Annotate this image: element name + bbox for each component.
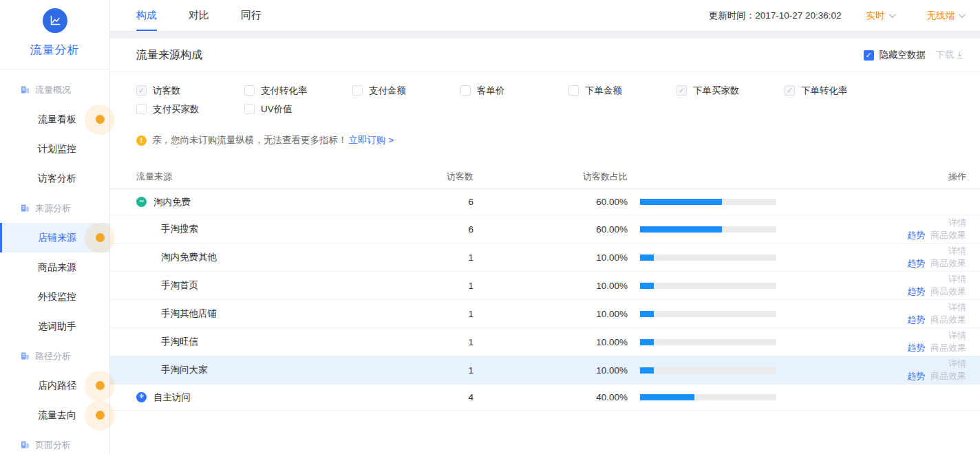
metric-checkbox-item[interactable]: 下单转化率 xyxy=(785,84,893,97)
detail-link: 详情 xyxy=(948,217,966,228)
sidebar-item[interactable]: 流量看板 xyxy=(0,105,109,134)
visitors-value: 1 xyxy=(439,281,473,291)
metric-checkbox-item[interactable]: 支付买家数 xyxy=(136,102,244,116)
checkbox-icon[interactable] xyxy=(677,85,687,96)
device-selector[interactable]: 无线端 xyxy=(927,10,964,22)
realtime-label: 实时 xyxy=(866,10,885,22)
checkbox-icon[interactable] xyxy=(460,85,471,96)
detail-link: 详情 xyxy=(948,302,966,312)
share-bar xyxy=(640,339,776,345)
bar-track xyxy=(640,199,776,205)
tab[interactable]: 构成 xyxy=(136,0,157,31)
metric-label: 下单买家数 xyxy=(693,85,740,97)
actions-cell: 详情趋势商品效果 xyxy=(776,245,966,270)
bar-fill xyxy=(640,339,654,345)
checkbox-icon[interactable] xyxy=(136,85,147,96)
sidebar-item[interactable]: 流量去向 xyxy=(0,400,109,430)
checkbox-icon[interactable] xyxy=(785,85,795,96)
action-line-1: 详情 xyxy=(776,217,966,229)
sidebar-item-label: 店铺来源 xyxy=(38,232,76,244)
action-line-2: 趋势商品效果 xyxy=(776,342,966,354)
trend-link[interactable]: 趋势 xyxy=(907,314,925,325)
download-link[interactable]: 下载 xyxy=(935,49,963,61)
actions-cell: 详情趋势商品效果 xyxy=(776,217,966,241)
trend-link[interactable]: 趋势 xyxy=(907,230,925,240)
trend-link[interactable]: 趋势 xyxy=(907,343,925,353)
expand-icon[interactable]: + xyxy=(136,392,147,402)
trend-link[interactable]: 趋势 xyxy=(907,371,925,381)
share-bar xyxy=(640,367,776,374)
sidebar-item-label: 店内路径 xyxy=(38,380,76,392)
product-effect-link: 商品效果 xyxy=(930,258,966,268)
sidebar-group-label: 路径分析 xyxy=(0,341,109,371)
sidebar-item-label: 流量看板 xyxy=(38,114,76,126)
metric-checkbox-item[interactable]: 支付金额 xyxy=(352,84,460,97)
visitors-value: 1 xyxy=(439,337,473,347)
metric-checkbox-item[interactable]: 下单金额 xyxy=(568,84,677,97)
section-separator xyxy=(110,32,980,39)
source-name-cell: +自主访问 xyxy=(136,391,439,404)
sidebar-item-label: 计划监控 xyxy=(38,143,76,155)
checkbox-icon[interactable] xyxy=(136,104,147,114)
bar-track xyxy=(640,255,776,261)
device-label: 无线端 xyxy=(927,10,955,22)
topbar: 构成对比同行 更新时间：2017-10-27 20:36:02 实时 无线端 xyxy=(110,0,980,32)
metric-checkbox-item[interactable]: 支付转化率 xyxy=(244,84,352,97)
visitor-share-value: 10.00% xyxy=(473,309,628,319)
source-name: 手淘其他店铺 xyxy=(161,307,217,320)
tab[interactable]: 同行 xyxy=(241,0,262,31)
checkbox-icon[interactable] xyxy=(568,85,579,96)
metric-checkbox-item[interactable]: UV价值 xyxy=(244,102,352,116)
action-line-1: 详情 xyxy=(776,301,966,314)
sidebar-group-label: 来源分析 xyxy=(0,193,109,223)
checkbox-icon[interactable] xyxy=(244,85,255,96)
sidebar-item[interactable]: 计划监控 xyxy=(0,134,109,164)
hide-empty-checkbox[interactable] xyxy=(864,50,874,61)
product-effect-link: 商品效果 xyxy=(930,343,966,353)
sidebar-item-label: 访客分析 xyxy=(38,173,76,185)
sidebar-item[interactable]: 店铺来源 xyxy=(0,223,109,252)
metric-checkbox-group: 访客数支付转化率支付金额客单价下单金额下单买家数下单转化率支付买家数UV价值 xyxy=(110,72,980,116)
metric-label: UV价值 xyxy=(261,103,292,116)
sidebar-item[interactable]: 选词助手 xyxy=(0,312,109,341)
source-name-cell: 手淘其他店铺 xyxy=(136,307,439,320)
warning-icon: ! xyxy=(136,136,147,146)
building-icon xyxy=(21,440,30,449)
col-actions: 操作 xyxy=(776,171,966,183)
visitor-share-value: 10.00% xyxy=(473,337,628,347)
actions-cell: 详情趋势商品效果 xyxy=(776,301,966,326)
checkbox-icon[interactable] xyxy=(352,85,363,96)
subscription-notice: ! 亲，您尚未订购流量纵横，无法查看更多指标！ 立即订购 > xyxy=(136,134,980,147)
sidebar-item[interactable]: 商品来源 xyxy=(0,252,109,282)
bar-track xyxy=(640,394,776,400)
sidebar-menu: 流量概况流量看板计划监控访客分析来源分析店铺来源商品来源外投监控选词助手路径分析… xyxy=(0,69,109,454)
subscribe-link[interactable]: 立即订购 > xyxy=(349,134,394,147)
realtime-selector[interactable]: 实时 xyxy=(866,10,894,22)
sidebar-item[interactable]: 店内路径 xyxy=(0,371,109,400)
bar-fill xyxy=(640,255,654,261)
panel-header-right: 隐藏空数据 下载 xyxy=(864,49,964,61)
share-bar xyxy=(640,255,776,261)
sidebar-item[interactable]: 外投监控 xyxy=(0,282,109,312)
visitor-share-value: 60.00% xyxy=(473,197,628,207)
actions-cell: 详情趋势商品效果 xyxy=(776,358,966,382)
chevron-down-icon xyxy=(888,11,895,18)
tab[interactable]: 对比 xyxy=(189,0,209,31)
metric-label: 访客数 xyxy=(153,85,181,97)
share-bar xyxy=(640,199,776,205)
sidebar-item-label: 商品来源 xyxy=(38,261,76,274)
checkbox-icon[interactable] xyxy=(244,104,255,114)
metric-checkbox-item[interactable]: 下单买家数 xyxy=(677,84,785,97)
metric-checkbox-item[interactable]: 客单价 xyxy=(460,84,568,97)
table-header-row: 流量来源访客数访客数占比操作 xyxy=(110,164,980,189)
trend-link[interactable]: 趋势 xyxy=(907,286,925,296)
product-effect-link: 商品效果 xyxy=(930,371,966,381)
collapse-icon[interactable]: − xyxy=(136,197,147,207)
trend-link[interactable]: 趋势 xyxy=(907,258,925,268)
sidebar-item[interactable]: 访客分析 xyxy=(0,164,109,193)
metric-checkbox-item[interactable]: 访客数 xyxy=(136,84,244,97)
visitor-share-value: 10.00% xyxy=(473,281,628,291)
product-effect-link: 商品效果 xyxy=(930,286,966,296)
source-name-cell: 手淘问大家 xyxy=(136,364,439,376)
detail-link: 详情 xyxy=(948,330,966,340)
